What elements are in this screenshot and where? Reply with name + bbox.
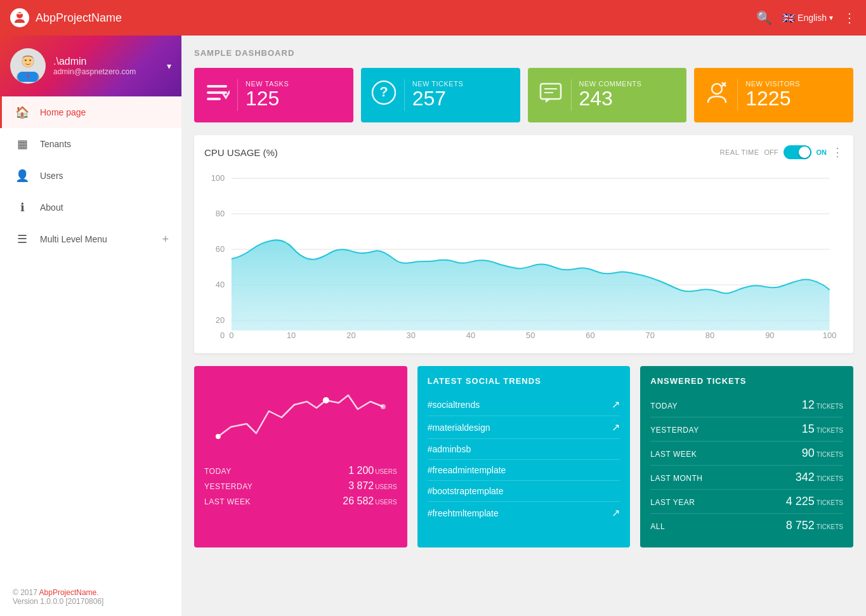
trend-row[interactable]: #freeadmintemplate [428, 460, 620, 481]
ticket-label: ALL [650, 522, 665, 531]
stat-card-tickets: ? NEW TICKETS 257 [361, 68, 520, 122]
search-icon[interactable]: 🔍 [756, 10, 772, 25]
trend-row[interactable]: #adminbsb [428, 439, 620, 460]
svg-point-0 [16, 12, 23, 18]
more-options-icon[interactable]: ⋮ [843, 10, 856, 25]
trend-row[interactable]: #bootstraptemplate [428, 481, 620, 502]
users-stat-label: TODAY [204, 467, 232, 476]
ticket-value-group: 12TICKETS [802, 398, 843, 412]
trend-tag: #bootstraptemplate [428, 486, 504, 496]
sidebar-item-tenants[interactable]: ▦ Tenants [0, 128, 181, 160]
trend-tag: #adminbsb [428, 444, 471, 454]
visitors-card-value: 1225 [745, 88, 800, 110]
home-icon: 🏠 [15, 105, 30, 119]
users-card: TODAY 1 200USERS YESTERDAY 3 872USERS LA… [194, 366, 407, 547]
svg-point-45 [381, 404, 386, 409]
trend-arrow-icon: ↗ [612, 507, 620, 519]
trend-row[interactable]: #freehtmltemplate ↗ [428, 502, 620, 524]
ticket-label: LAST WEEK [650, 450, 697, 459]
comments-card-label: NEW COMMENTS [579, 80, 642, 88]
app-logo [10, 8, 29, 27]
cpu-chart: 100 80 60 40 20 0 0 10 20 30 40 50 60 70… [204, 166, 843, 343]
tickets-card: ANSWERED TICKETS TODAY 12TICKETS YESTERD… [640, 366, 853, 547]
ticket-value-group: 15TICKETS [802, 423, 843, 436]
svg-text:0: 0 [229, 331, 233, 340]
stat-card-divider [237, 79, 238, 111]
ticket-value-group: 8 752TICKETS [786, 519, 843, 532]
ticket-value-group: 342TICKETS [796, 471, 843, 484]
trend-tag: #freeadmintemplate [428, 465, 506, 475]
chart-controls: REAL TIME OFF ON ⋮ [720, 145, 843, 159]
cpu-chart-card: CPU USAGE (%) REAL TIME OFF ON ⋮ [194, 135, 853, 353]
about-icon: ℹ [15, 200, 30, 214]
ticket-row: LAST WEEK 90TICKETS [650, 442, 843, 466]
sidebar-item-home[interactable]: 🏠 Home page [0, 96, 181, 128]
footer-version: Version 1.0.0.0 [20170806] [13, 597, 103, 606]
tickets-list: TODAY 12TICKETS YESTERDAY 15TICKETS LAST… [650, 393, 843, 537]
ticket-row: TODAY 12TICKETS [650, 393, 843, 417]
tickets-card-label: NEW TICKETS [412, 80, 463, 88]
chart-more-icon[interactable]: ⋮ [832, 145, 843, 159]
bottom-cards: TODAY 1 200USERS YESTERDAY 3 872USERS LA… [194, 366, 853, 547]
sidebar-item-users[interactable]: 👤 Users [0, 160, 181, 192]
visitors-card-icon [704, 80, 730, 111]
visitors-card-info: NEW VISITORS 1225 [745, 80, 800, 110]
svg-text:0: 0 [220, 331, 225, 340]
sidebar-item-about[interactable]: ℹ About [0, 192, 181, 223]
tasks-card-value: 125 [246, 88, 289, 110]
svg-text:40: 40 [466, 331, 475, 340]
navbar-right: 🔍 🇬🇧 English ▾ ⋮ [756, 10, 856, 25]
ticket-value-group: 4 225TICKETS [786, 495, 843, 508]
lang-label: English [797, 13, 827, 23]
trends-card: LATEST SOCIAL TRENDS #socialtrends ↗ #ma… [417, 366, 631, 547]
toggle-knob [799, 147, 810, 158]
app-title: AbpProjectName [36, 11, 122, 25]
svg-marker-15 [546, 99, 551, 103]
footer-brand-link[interactable]: AbpProjectName. [39, 588, 99, 597]
stat-card-visitors: NEW VISITORS 1225 [694, 68, 853, 122]
stat-card-divider [571, 79, 572, 111]
users-stat-row: LAST WEEK 26 582USERS [204, 495, 397, 507]
svg-rect-11 [207, 98, 221, 100]
user-dropdown-icon[interactable]: ▾ [167, 61, 171, 71]
real-time-toggle[interactable] [784, 145, 811, 159]
on-label: ON [817, 148, 827, 156]
sidebar: .\admin admin@aspnetzero.com ▾ 🏠 Home pa… [0, 36, 181, 616]
chevron-down-icon: ▾ [829, 13, 833, 22]
main-content: SAMPLE DASHBOARD NEW TASKS 125 ? NEW TIC… [181, 36, 866, 616]
trend-tag: #socialtrends [428, 400, 480, 410]
svg-text:50: 50 [526, 331, 535, 340]
tasks-card-label: NEW TASKS [246, 80, 289, 88]
tenants-icon: ▦ [15, 137, 30, 151]
svg-text:20: 20 [346, 331, 355, 340]
tasks-card-info: NEW TASKS 125 [246, 80, 289, 110]
ticket-row: ALL 8 752TICKETS [650, 514, 843, 537]
svg-text:80: 80 [705, 331, 714, 340]
svg-text:90: 90 [765, 331, 774, 340]
trend-row[interactable]: #materialdesign ↗ [428, 416, 620, 439]
svg-text:60: 60 [586, 331, 594, 340]
navbar-left: AbpProjectName [10, 8, 122, 27]
ticket-label: TODAY [650, 402, 678, 410]
sidebar-header: .\admin admin@aspnetzero.com ▾ [0, 36, 181, 96]
language-selector[interactable]: 🇬🇧 English ▾ [782, 12, 833, 24]
svg-rect-14 [541, 84, 561, 99]
sidebar-item-label-users: Users [40, 171, 169, 181]
sidebar-item-multilevel[interactable]: ☰ Multi Level Menu + [0, 223, 181, 255]
sidebar-item-label-about: About [40, 202, 169, 213]
svg-text:70: 70 [646, 331, 655, 340]
comments-card-icon [538, 80, 563, 111]
trend-row[interactable]: #socialtrends ↗ [428, 393, 620, 416]
avatar [10, 48, 46, 84]
flag-icon: 🇬🇧 [782, 12, 795, 24]
users-stats: TODAY 1 200USERS YESTERDAY 3 872USERS LA… [204, 465, 397, 507]
comments-card-value: 243 [579, 88, 642, 110]
expand-icon[interactable]: + [162, 233, 169, 246]
ticket-value-group: 90TICKETS [802, 447, 843, 460]
svg-point-4 [22, 56, 34, 67]
chart-header: CPU USAGE (%) REAL TIME OFF ON ⋮ [204, 145, 843, 159]
tickets-card-icon: ? [371, 80, 397, 111]
comments-card-info: NEW COMMENTS 243 [579, 80, 642, 110]
svg-text:30: 30 [407, 331, 416, 340]
user-email: admin@aspnetzero.com [53, 67, 159, 76]
